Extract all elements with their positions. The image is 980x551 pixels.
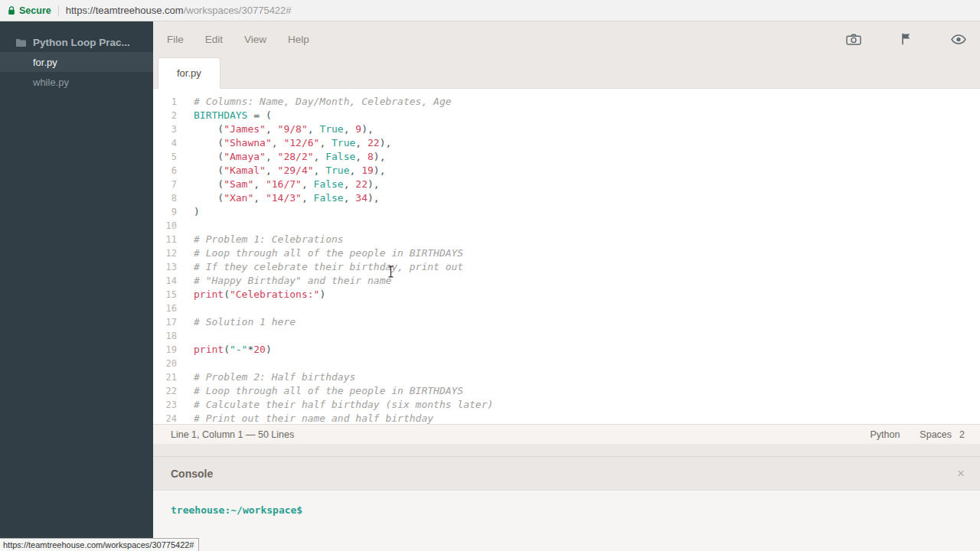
preview-eye-icon[interactable] [951,34,966,44]
line-number: 19 [153,343,184,357]
line-number: 5 [153,150,184,164]
snapshot-camera-icon[interactable] [846,34,861,45]
code-line: 10 [153,219,980,233]
code-text: # "Happy Birthday" and their name [184,274,391,288]
code-line: 8 ("Xan", "14/3", False, 34), [153,191,980,205]
code-line: 20 [153,357,980,370]
menu-item-help[interactable]: Help [288,34,309,45]
code-line: 11# Problem 1: Celebrations [153,233,980,246]
sidebar-file-for.py[interactable]: for.py [0,52,153,72]
address-bar[interactable]: https://teamtreehouse.com/workspaces/307… [66,5,292,16]
code-text: # Print out their name and half birthday [184,412,433,424]
code-text: # Problem 1: Celebrations [184,233,344,246]
main-panel: FileEditViewHelp for.py 1# Columns: Name… [153,21,980,551]
code-line: 14# "Happy Birthday" and their name [153,274,980,288]
link-status-tooltip: https://teamtreehouse.com/workspaces/307… [0,538,199,551]
language-indicator[interactable]: Python [870,429,900,440]
line-number: 14 [153,274,184,288]
menu-bar: FileEditViewHelp [153,21,980,57]
code-text: # Solution 1 here [184,315,296,329]
folder-icon [16,38,26,47]
code-line: 12# Loop through all of the people in BI… [153,246,980,260]
code-text [184,329,194,343]
console-close-icon[interactable]: × [957,467,965,480]
line-number: 20 [153,357,184,370]
code-text [184,302,194,315]
code-text: print("Celebrations:") [184,288,325,302]
console-title: Console [171,468,213,480]
code-text: ("Shawna", "12/6", True, 22), [184,136,391,150]
menu-item-view[interactable]: View [244,34,266,45]
code-text: # Loop through all of the people in BIRT… [184,384,463,398]
code-line: 23# Calculate their half birthday (six m… [153,398,980,412]
cursor-position: Line 1, Column 1 — 50 Lines [171,429,294,440]
console-terminal[interactable]: treehouse:~/workspace$ [153,491,980,551]
line-number: 3 [153,122,184,136]
project-name: Python Loop Prac... [33,37,130,48]
code-text [184,357,194,370]
line-number: 2 [153,109,184,122]
secure-badge[interactable]: Secure [8,5,51,16]
tab-bar: for.py [153,57,980,89]
menu-item-file[interactable]: File [167,34,184,45]
line-number: 12 [153,246,184,260]
line-number: 22 [153,384,184,398]
line-number: 9 [153,205,184,219]
code-line: 19print("-"*20) [153,343,980,357]
bar-divider [58,5,59,16]
code-text: ("Kamal", "29/4", True, 19), [184,164,386,178]
spaces-label: Spaces [920,429,952,440]
line-number: 7 [153,178,184,191]
line-number: 11 [153,233,184,246]
code-text: # Calculate their half birthday (six mon… [184,398,493,412]
code-text: # Columns: Name, Day/Month, Celebrates, … [184,95,452,109]
lock-icon [8,6,15,15]
line-number: 13 [153,260,184,274]
url-path: /workspaces/30775422# [184,5,292,16]
code-line: 1# Columns: Name, Day/Month, Celebrates,… [153,95,980,109]
code-text: ("Xan", "14/3", False, 34), [184,191,380,205]
code-line: 7 ("Sam", "16/7", False, 22), [153,178,980,191]
code-text: ) [184,205,200,219]
run-flag-icon[interactable] [901,33,911,45]
code-line: 5 ("Amaya", "28/2", False, 8), [153,150,980,164]
console-panel: Console × treehouse:~/workspace$ [153,456,980,551]
sidebar-file-while.py[interactable]: while.py [0,72,153,92]
code-line: 2BIRTHDAYS = ( [153,109,980,122]
console-header: Console × [153,457,980,491]
code-text [184,219,194,233]
code-line: 22# Loop through all of the people in BI… [153,384,980,398]
line-number: 4 [153,136,184,150]
menu-items: FileEditViewHelp [167,34,309,45]
code-line: 4 ("Shawna", "12/6", True, 22), [153,136,980,150]
code-text: # Problem 2: Half birthdays [184,370,355,384]
code-text: # If they celebrate their birthday, prin… [184,260,463,274]
file-sidebar: Python Loop Prac... for.pywhile.py [0,21,153,551]
menu-item-edit[interactable]: Edit [205,34,223,45]
url-host: https://teamtreehouse.com [66,5,184,16]
workspace-app: Python Loop Prac... for.pywhile.py FileE… [0,21,980,551]
line-number: 21 [153,370,184,384]
indent-indicator[interactable]: Spaces 2 [920,429,965,440]
line-number: 23 [153,398,184,412]
code-text: ("Sam", "16/7", False, 22), [184,178,380,191]
line-number: 6 [153,164,184,178]
code-line: 15print("Celebrations:") [153,288,980,302]
line-number: 16 [153,302,184,315]
code-line: 17# Solution 1 here [153,315,980,329]
code-text: ("Amaya", "28/2", False, 8), [184,150,386,164]
sidebar-project-row[interactable]: Python Loop Prac... [0,32,153,52]
browser-bar: Secure https://teamtreehouse.com/workspa… [0,0,980,21]
line-number: 8 [153,191,184,205]
code-text: BIRTHDAYS = ( [184,109,272,122]
tab-for-py[interactable]: for.py [158,57,220,89]
line-number: 15 [153,288,184,302]
code-line: 13# If they celebrate their birthday, pr… [153,260,980,274]
code-line: 6 ("Kamal", "29/4", True, 19), [153,164,980,178]
line-number: 10 [153,219,184,233]
tooltip-url: https://teamtreehouse.com/workspaces/307… [3,540,194,549]
line-number: 1 [153,95,184,109]
terminal-prompt: treehouse:~/workspace$ [171,504,302,516]
code-area[interactable]: 1# Columns: Name, Day/Month, Celebrates,… [153,89,980,424]
code-text: # Loop through all of the people in BIRT… [184,246,463,260]
